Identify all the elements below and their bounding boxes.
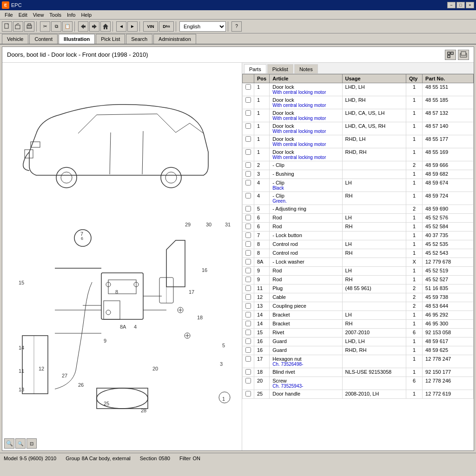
row-checkbox[interactable] xyxy=(245,215,251,220)
table-row[interactable]: 18 Blind rivet NLS-USE 92153058 1 92 150… xyxy=(243,368,474,377)
toolbar-dhs-btn[interactable]: Dhs xyxy=(159,21,174,32)
toolbar-copy-btn[interactable]: ⧉ xyxy=(51,21,61,32)
menu-file[interactable]: File xyxy=(2,11,16,19)
table-row[interactable]: 1 Door lockWith central locking motor LH… xyxy=(243,96,474,109)
row-checkbox[interactable] xyxy=(245,171,251,177)
row-checkbox[interactable] xyxy=(245,369,251,375)
zoom-in-btn[interactable]: 🔍 xyxy=(4,438,14,449)
zoom-out-btn[interactable]: 🔍 xyxy=(15,438,26,449)
table-row[interactable]: 9 Rod LH 1 45 52 519 xyxy=(243,267,474,276)
row-checkbox[interactable] xyxy=(245,84,251,90)
toolbar-paste-btn[interactable]: 📋 xyxy=(62,21,73,32)
table-row[interactable]: 8 Control rod LH 1 45 52 535 xyxy=(243,240,474,249)
tab-vehicle[interactable]: Vehicle xyxy=(2,34,28,44)
row-checkbox[interactable] xyxy=(245,277,251,282)
fit-btn[interactable]: ⊡ xyxy=(26,438,37,449)
toolbar-fwd-btn[interactable] xyxy=(89,21,99,32)
row-checkbox[interactable] xyxy=(245,180,251,185)
row-checkbox[interactable] xyxy=(245,268,251,273)
table-row[interactable]: 8A - Lock washer X 12 779 678 xyxy=(243,258,474,267)
th-qty[interactable]: Qty xyxy=(406,74,423,83)
toolbar-open-btn[interactable] xyxy=(13,21,23,32)
menu-tools[interactable]: Tools xyxy=(46,11,64,19)
table-row[interactable]: 16 Guard LHD, LH 1 48 59 617 xyxy=(243,337,474,346)
parts-tab-picklist[interactable]: Picklist xyxy=(267,64,293,73)
title-bar-controls[interactable]: − □ × xyxy=(447,2,474,8)
table-row[interactable]: 25 Door handle 2008-2010, LH 1 12 772 61… xyxy=(243,390,474,399)
row-checkbox[interactable] xyxy=(245,356,251,362)
parts-tab-parts[interactable]: Parts xyxy=(244,64,266,73)
tab-illustration[interactable]: Illustration xyxy=(59,34,95,44)
table-row[interactable]: 1 Door lockWith central locking motor LH… xyxy=(243,122,474,135)
table-row[interactable]: 9 Rod RH 1 45 52 527 xyxy=(243,276,474,284)
toolbar-back-btn[interactable] xyxy=(78,21,88,32)
parts-tab-notes[interactable]: Notes xyxy=(294,64,318,73)
table-row[interactable]: 2 - Clip 2 48 59 666 xyxy=(243,161,474,170)
menu-info[interactable]: Info xyxy=(64,11,78,19)
table-row[interactable]: 13 Coupling piece 2 48 53 644 xyxy=(243,302,474,311)
maximize-button[interactable]: □ xyxy=(456,2,465,8)
minimize-button[interactable]: − xyxy=(447,2,456,8)
tab-picklist[interactable]: Pick List xyxy=(96,34,125,44)
row-checkbox[interactable] xyxy=(245,123,251,129)
row-checkbox[interactable] xyxy=(245,206,251,212)
print-page-btn[interactable] xyxy=(458,50,469,60)
row-checkbox[interactable] xyxy=(245,378,251,383)
close-button[interactable]: × xyxy=(466,2,474,8)
tab-content[interactable]: Content xyxy=(29,34,58,44)
row-checkbox[interactable] xyxy=(245,312,251,317)
table-row[interactable]: 1 Door lockWith central locking motor RH… xyxy=(243,148,474,161)
row-checkbox[interactable] xyxy=(245,330,251,335)
row-checkbox[interactable] xyxy=(245,232,251,238)
table-row[interactable]: 20 ScrewCh. 73525943- 6 12 778 246 xyxy=(243,377,474,390)
menu-edit[interactable]: Edit xyxy=(16,11,30,19)
table-row[interactable]: 1 Door lockWith central locking motor LH… xyxy=(243,109,474,122)
row-checkbox[interactable] xyxy=(245,303,251,309)
table-row[interactable]: 4 - ClipGreen. RH 1 48 59 724 xyxy=(243,192,474,205)
table-row[interactable]: 1 Door lockWith central locking motor RH… xyxy=(243,135,474,148)
table-row[interactable]: 16 Guard RHD, RH 1 48 59 625 xyxy=(243,346,474,355)
table-row[interactable]: 11 Plug (48 55 961) 2 51 16 835 xyxy=(243,284,474,293)
row-checkbox[interactable] xyxy=(245,321,251,326)
menu-help[interactable]: Help xyxy=(78,11,94,19)
row-checkbox[interactable] xyxy=(245,285,251,291)
row-checkbox[interactable] xyxy=(245,110,251,116)
table-row[interactable]: 1 Door lockWith central locking motor LH… xyxy=(243,83,474,96)
row-checkbox[interactable] xyxy=(245,259,251,264)
parts-table-container[interactable]: Pos Article Usage Qty Part No. 1 Door lo… xyxy=(242,74,474,450)
table-row[interactable]: 5 - Adjusting ring 2 48 59 690 xyxy=(243,205,474,214)
row-checkbox[interactable] xyxy=(245,193,251,198)
toolbar-cut-btn[interactable]: ✂ xyxy=(40,21,50,32)
table-row[interactable]: 8 Control rod RH 1 45 52 543 xyxy=(243,249,474,258)
table-row[interactable]: 12 Cable 2 45 59 738 xyxy=(243,293,474,302)
menu-view[interactable]: View xyxy=(30,11,47,19)
row-checkbox[interactable] xyxy=(245,162,251,168)
row-checkbox[interactable] xyxy=(245,224,251,229)
toolbar-left-btn[interactable]: ◄ xyxy=(116,21,126,32)
toolbar-right-btn[interactable]: ► xyxy=(127,21,138,32)
row-checkbox[interactable] xyxy=(245,294,251,300)
toolbar-help-btn[interactable]: ? xyxy=(231,21,242,32)
row-checkbox[interactable] xyxy=(245,250,251,256)
table-row[interactable]: 14 Bracket RH 1 46 95 300 xyxy=(243,320,474,329)
table-row[interactable]: 6 Rod LH 1 45 52 576 xyxy=(243,214,474,223)
row-checkbox[interactable] xyxy=(245,241,251,247)
toolbar-print-btn[interactable] xyxy=(24,21,34,32)
table-row[interactable]: 7 - Lock button 1 40 37 735 xyxy=(243,231,474,240)
table-row[interactable]: 3 - Bushing 1 48 59 682 xyxy=(243,170,474,179)
toolbar-vin-btn[interactable]: VIN xyxy=(143,21,158,32)
th-partno[interactable]: Part No. xyxy=(423,74,474,83)
th-pos[interactable]: Pos xyxy=(254,74,270,83)
toolbar-new-btn[interactable] xyxy=(2,21,12,32)
row-checkbox[interactable] xyxy=(245,338,251,344)
expand-icon-btn[interactable] xyxy=(445,50,456,60)
th-article[interactable]: Article xyxy=(270,74,342,83)
table-row[interactable]: 4 - ClipBlack LH 1 48 59 674 xyxy=(243,179,474,192)
row-checkbox[interactable] xyxy=(245,391,251,397)
th-usage[interactable]: Usage xyxy=(342,74,406,83)
tab-administration[interactable]: Administration xyxy=(153,34,196,44)
table-row[interactable]: 15 Rivet 2007-2010 6 92 153 058 xyxy=(243,329,474,337)
language-dropdown[interactable]: English xyxy=(179,21,226,32)
table-row[interactable]: 6 Rod RH 1 45 52 584 xyxy=(243,223,474,231)
row-checkbox[interactable] xyxy=(245,149,251,155)
